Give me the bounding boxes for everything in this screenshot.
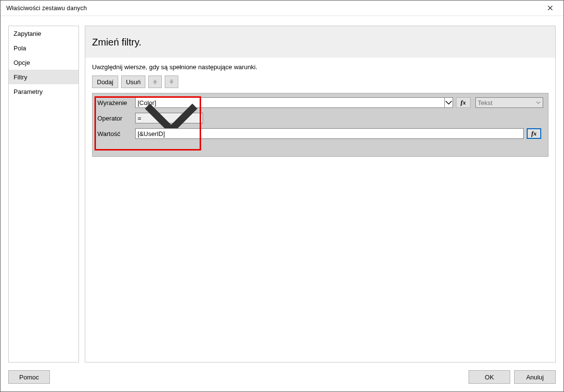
value-label: Wartość [97,130,132,137]
main-panel: Zmień filtry. Uwzględnij wiersze, gdy są… [85,26,556,362]
sidebar: Zapytanie Pola Opcje Filtry Parametry [8,26,79,362]
close-button[interactable] [540,0,560,15]
sidebar-item-pola[interactable]: Pola [9,41,78,55]
filters-grid: Wyrażenie fx Tekst [92,93,548,157]
operator-combo[interactable]: = [135,113,203,123]
help-button[interactable]: Pomoc [8,370,50,384]
operator-label: Operator [97,115,132,122]
grid-padding [93,143,548,156]
cancel-button[interactable]: Anuluj [514,370,556,384]
operator-value: = [138,115,141,122]
filter-toolbar: Dodaj Usuń [85,75,555,93]
expression-label: Wyrażenie [97,99,132,106]
content-area: Zapytanie Pola Opcje Filtry Parametry Zm… [8,26,556,362]
value-input[interactable] [135,128,524,139]
expression-dropdown-button[interactable] [444,97,453,108]
footer: Pomoc OK Anuluj [8,370,556,384]
move-up-button[interactable] [148,75,162,88]
instruction-text: Uwzględnij wiersze, gdy są spełnione nas… [85,58,555,75]
add-button[interactable]: Dodaj [92,75,118,88]
sidebar-item-parametry[interactable]: Parametry [9,84,78,99]
remove-button[interactable]: Usuń [121,75,145,88]
filter-row: Wyrażenie fx Tekst [93,93,548,143]
chevron-down-icon [536,101,541,104]
sidebar-item-zapytanie[interactable]: Zapytanie [9,26,78,41]
dialog-window: Właściwości zestawu danych Zapytanie Pol… [0,0,564,392]
expression-fx-button[interactable]: fx [456,97,470,108]
title-bar: Właściwości zestawu danych [0,0,564,16]
empty-space [92,159,548,355]
sidebar-item-filtry[interactable]: Filtry [9,70,78,84]
sidebar-item-opcje[interactable]: Opcje [9,55,78,70]
value-fx-button[interactable]: fx [527,128,541,139]
type-combo-value: Tekst [478,99,492,106]
arrow-up-icon [152,79,158,85]
chevron-down-icon [445,100,453,105]
window-title: Właściwości zestawu danych [4,5,540,12]
move-down-button[interactable] [165,75,178,88]
page-title: Zmień filtry. [85,26,555,58]
arrow-down-icon [169,79,174,85]
ok-button[interactable]: OK [469,370,510,384]
type-combo[interactable]: Tekst [475,97,543,108]
